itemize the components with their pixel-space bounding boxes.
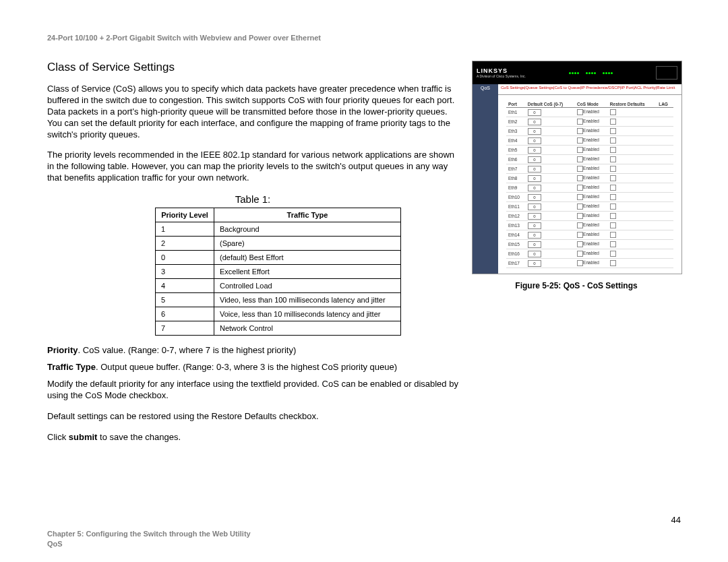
ss-cell-restore [608,174,657,183]
ss-cell-port: Eth5 [506,146,526,155]
ss-cell-port: Eth6 [506,155,526,164]
cell-priority-level: 4 [156,279,214,293]
ss-cell-cos: 0 [526,183,575,193]
para5-pre: Click [47,432,69,442]
ss-cell-cos: 0 [526,212,575,221]
def-traffic: Traffic Type. Output queue buffer. (Rang… [47,362,458,372]
ss-cell-restore [608,240,657,249]
def-traffic-text: . Output queue buffer. (Range: 0-3, wher… [96,362,397,372]
main-content: Class of Service Settings Class of Servi… [47,61,458,453]
screenshot-qos-cos: LINKSYS A Division of Cisco Systems, Inc… [472,61,682,274]
cell-traffic-type: Controlled Load [214,279,401,293]
ss-cell-restore [608,146,657,155]
ss-cell-mode: Enabled [575,136,608,146]
ss-cell-port: Eth17 [506,259,526,268]
ss-cell-cos: 0 [526,249,575,259]
ss-row: Eth50Enabled [506,146,673,155]
ss-cell-mode: Enabled [575,117,608,127]
table-row: 3Excellent Effort [156,265,401,279]
def-priority: Priority. CoS value. (Range: 0-7, where … [47,345,458,355]
ss-cell-restore [608,202,657,212]
def-priority-text: . CoS value. (Range: 0-7, where 7 is the… [78,345,297,355]
ss-cell-restore [608,212,657,221]
ss-cell-restore [608,221,657,230]
paragraph-3: Modify the default priority for any inte… [47,379,458,402]
screenshot-led-panel [569,72,613,74]
ss-cell-mode: Enabled [575,193,608,202]
screenshot-sidebar-tab: QoS [473,84,498,95]
ss-cell-lag [657,183,673,193]
table-row: 5Video, less than 100 milliseconds laten… [156,293,401,307]
ss-row: Eth140Enabled [506,230,673,240]
ss-cell-cos: 0 [526,108,575,117]
ss-cell-restore [608,193,657,202]
cell-traffic-type: Background [214,222,401,237]
table-title: Table 1: [47,193,458,205]
ss-cell-mode: Enabled [575,183,608,193]
section-title: Class of Service Settings [47,61,458,74]
ss-cell-port: Eth7 [506,164,526,174]
ss-cell-port: Eth12 [506,212,526,221]
ss-cell-lag [657,259,673,268]
ss-cell-mode: Enabled [575,155,608,164]
ss-th-restore: Restore Defaults [608,100,657,108]
cell-priority-level: 2 [156,237,214,251]
figure-caption: Figure 5-25: QoS - CoS Settings [472,281,681,290]
footer-line-1: Chapter 5: Configuring the Switch throug… [47,529,251,538]
screenshot-device-image [656,66,677,80]
cell-priority-level: 1 [156,222,214,237]
ss-row: Eth110Enabled [506,202,673,212]
ss-row: Eth130Enabled [506,221,673,230]
cell-traffic-type: Excellent Effort [214,265,401,279]
cell-traffic-type: (Spare) [214,237,401,251]
cell-traffic-type: (default) Best Effort [214,251,401,265]
ss-cell-lag [657,127,673,136]
def-traffic-label: Traffic Type [47,362,96,372]
ss-cell-mode: Enabled [575,221,608,230]
ss-th-lag: LAG [657,100,673,108]
ss-cell-lag [657,240,673,249]
ss-cell-cos: 0 [526,202,575,212]
screenshot-left-nav [473,95,498,274]
ss-cell-restore [608,127,657,136]
ss-cell-lag [657,164,673,174]
screenshot-logo-sub: A Division of Cisco Systems, Inc. [477,74,526,78]
cell-priority-level: 0 [156,251,214,265]
ss-cell-lag [657,221,673,230]
ss-cell-cos: 0 [526,221,575,230]
ss-cell-cos: 0 [526,117,575,127]
ss-row: Eth90Enabled [506,183,673,193]
cell-priority-level: 3 [156,265,214,279]
ss-cell-port: Eth14 [506,230,526,240]
ss-cell-lag [657,117,673,127]
table-row: 2(Spare) [156,237,401,251]
cell-priority-level: 6 [156,307,214,321]
ss-cell-restore [608,183,657,193]
ss-cell-mode: Enabled [575,174,608,183]
ss-cell-mode: Enabled [575,259,608,268]
ss-cell-port: Eth16 [506,249,526,259]
ss-cell-cos: 0 [526,230,575,240]
ss-th-cos: Default CoS (0-7) [526,100,575,108]
ss-th-port: Port [506,100,526,108]
ss-cell-lag [657,174,673,183]
table-row: 4Controlled Load [156,279,401,293]
ss-cell-port: Eth3 [506,127,526,136]
ss-row: Eth120Enabled [506,212,673,221]
table-row: 0(default) Best Effort [156,251,401,265]
ss-cell-port: Eth10 [506,193,526,202]
ss-cell-mode: Enabled [575,127,608,136]
ss-cell-mode: Enabled [575,249,608,259]
ss-cell-lag [657,136,673,146]
page-header: 24-Port 10/100 + 2-Port Gigabit Switch w… [47,34,681,42]
paragraph-4: Default settings can be restored using t… [47,411,458,423]
ss-th-mode: CoS Mode [575,100,608,108]
ss-cell-lag [657,230,673,240]
table-row: 6Voice, less than 10 milliseconds latenc… [156,307,401,321]
ss-cell-lag [657,202,673,212]
ss-cell-cos: 0 [526,164,575,174]
ss-row: Eth170Enabled [506,259,673,268]
cell-traffic-type: Video, less than 100 milliseconds latenc… [214,293,401,307]
ss-cell-cos: 0 [526,155,575,164]
ss-cell-port: Eth8 [506,174,526,183]
